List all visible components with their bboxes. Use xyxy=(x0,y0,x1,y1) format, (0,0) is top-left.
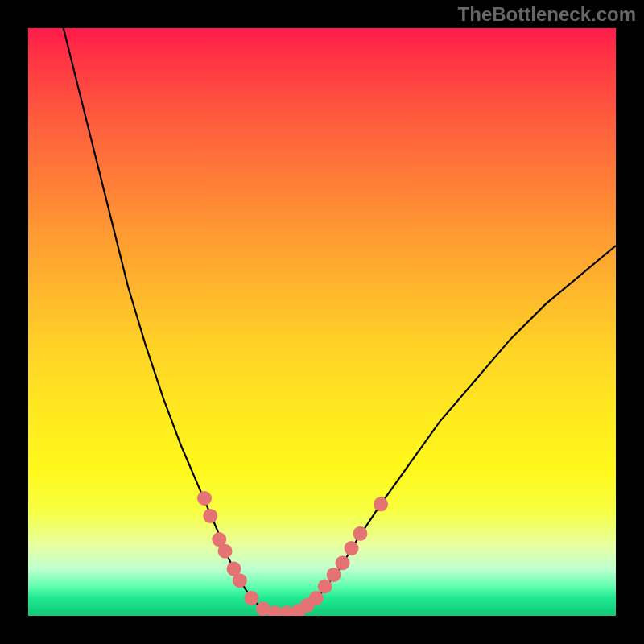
chart-overlay xyxy=(28,28,616,616)
marker-point xyxy=(327,568,341,582)
watermark-text: TheBottleneck.com xyxy=(458,3,636,26)
marker-point xyxy=(203,509,217,523)
marker-point xyxy=(218,544,233,559)
highlight-markers xyxy=(197,491,388,616)
marker-point xyxy=(197,491,212,506)
bottleneck-curve xyxy=(64,28,616,614)
marker-point xyxy=(233,573,247,588)
marker-point xyxy=(309,591,324,605)
marker-point xyxy=(345,541,359,555)
marker-point xyxy=(244,591,258,605)
marker-point xyxy=(353,526,367,541)
marker-point xyxy=(374,497,388,511)
plot-area xyxy=(28,28,616,616)
marker-point xyxy=(318,580,332,594)
marker-point xyxy=(336,555,350,570)
